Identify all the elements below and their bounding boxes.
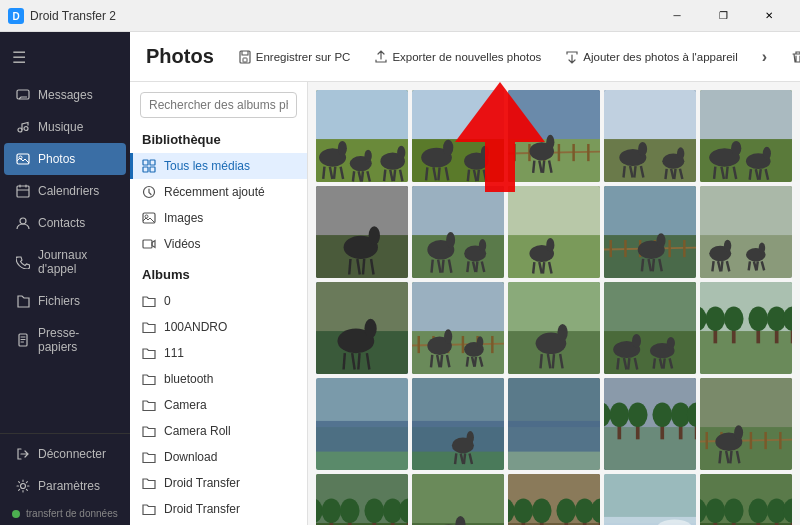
svg-rect-60 <box>514 144 516 161</box>
photo-cell-8[interactable] <box>508 186 600 278</box>
svg-point-224 <box>748 307 768 332</box>
photo-cell-25[interactable] <box>700 474 792 525</box>
svg-point-249 <box>610 403 630 428</box>
photo-cell-12[interactable] <box>412 282 504 374</box>
photo-cell-3[interactable] <box>508 90 600 182</box>
svg-point-165 <box>364 319 376 339</box>
svg-point-112 <box>446 232 455 248</box>
nav-all-media[interactable]: Tous les médias <box>130 153 307 179</box>
sidebar-label-musique: Musique <box>38 120 83 134</box>
svg-point-104 <box>369 226 380 245</box>
album-111[interactable]: 111 <box>130 340 307 366</box>
photo-cell-20[interactable] <box>700 378 792 470</box>
svg-point-188 <box>477 336 484 348</box>
photo-cell-18[interactable] <box>508 378 600 470</box>
svg-point-324 <box>748 499 768 524</box>
svg-rect-57 <box>508 139 600 182</box>
album-download[interactable]: Download <box>130 444 307 470</box>
photo-cell-17[interactable] <box>412 378 504 470</box>
sidebar-item-messages[interactable]: Messages <box>4 79 126 111</box>
svg-line-93 <box>726 167 727 179</box>
svg-line-144 <box>642 259 643 271</box>
sidebar-item-musique[interactable]: Musique <box>4 111 126 143</box>
sidebar-item-photos[interactable]: Photos <box>4 143 126 175</box>
photo-cell-23[interactable] <box>508 474 600 525</box>
photo-cell-21[interactable] <box>316 474 408 525</box>
album-droid-transfer-2[interactable]: Droid Transfer <box>130 496 307 522</box>
close-button[interactable]: ✕ <box>746 0 792 32</box>
svg-line-115 <box>442 260 443 273</box>
svg-line-46 <box>426 167 427 180</box>
svg-rect-135 <box>610 240 612 257</box>
svg-rect-21 <box>143 240 152 248</box>
album-100andro[interactable]: 100ANDRO <box>130 314 307 340</box>
title-bar: D Droid Transfer 2 ─ ❐ ✕ <box>0 0 800 32</box>
photo-cell-15[interactable] <box>700 282 792 374</box>
photo-cell-13[interactable] <box>508 282 600 374</box>
album-0[interactable]: 0 <box>130 288 307 314</box>
svg-line-97 <box>750 169 751 180</box>
sidebar-item-presse[interactable]: Presse-papiers <box>4 317 126 363</box>
photo-cell-4[interactable] <box>604 90 696 182</box>
album-folder-icon <box>142 398 156 412</box>
sidebar-item-fichiers[interactable]: Fichiers <box>4 285 126 317</box>
album-bluetooth[interactable]: bluetooth <box>130 366 307 392</box>
photo-cell-19[interactable] <box>604 378 696 470</box>
sidebar-item-journaux[interactable]: Journaux d'appel <box>4 239 126 285</box>
app-title: Droid Transfer 2 <box>30 9 654 23</box>
minimize-button[interactable]: ─ <box>654 0 700 32</box>
export-new-button[interactable]: Exporter de nouvelles photos <box>366 46 549 68</box>
add-device-button[interactable]: Ajouter des photos à l'appareil <box>557 46 745 68</box>
svg-line-32 <box>353 171 354 181</box>
nav-recent[interactable]: Récemment ajouté <box>130 179 307 205</box>
album-camera[interactable]: Camera <box>130 392 307 418</box>
photo-cell-10[interactable] <box>700 186 792 278</box>
photo-cell-5[interactable] <box>700 90 792 182</box>
svg-rect-124 <box>508 235 600 278</box>
photo-cell-7[interactable] <box>412 186 504 278</box>
photo-cell-9[interactable] <box>604 186 696 278</box>
svg-line-168 <box>358 353 359 369</box>
svg-line-166 <box>344 353 345 369</box>
add-icon <box>565 50 579 64</box>
album-111-label: 111 <box>164 346 184 360</box>
save-pc-button[interactable]: Enregistrer sur PC <box>230 46 359 68</box>
album-folder-icon <box>142 294 156 308</box>
svg-rect-12 <box>243 58 247 62</box>
photo-cell-16[interactable] <box>316 378 408 470</box>
nav-videos[interactable]: Vidéos <box>130 231 307 257</box>
restore-button[interactable]: ❐ <box>700 0 746 32</box>
photo-cell-14[interactable] <box>604 282 696 374</box>
svg-line-99 <box>759 169 760 180</box>
svg-line-127 <box>533 262 534 273</box>
more-button[interactable]: › <box>754 44 775 70</box>
search-input[interactable] <box>140 92 297 118</box>
album-camera-label: Camera <box>164 398 207 412</box>
sidebar-item-contacts[interactable]: Contacts <box>4 207 126 239</box>
hamburger-menu[interactable]: ☰ <box>0 40 130 75</box>
svg-line-52 <box>468 170 469 181</box>
sidebar-item-calendriers[interactable]: Calendriers <box>4 175 126 207</box>
svg-rect-7 <box>17 186 29 197</box>
album-camera-roll[interactable]: Camera Roll <box>130 418 307 444</box>
photo-grid <box>316 90 792 525</box>
svg-point-3 <box>18 128 22 132</box>
sidebar-item-disconnect[interactable]: Déconnecter <box>4 438 126 470</box>
delete-sel-button[interactable]: Supprimer la sélection <box>783 46 800 68</box>
library-section-title: Bibliothèque <box>130 128 307 153</box>
svg-rect-243 <box>508 421 600 452</box>
photo-cell-2[interactable] <box>412 90 504 182</box>
photo-cell-1[interactable] <box>316 90 408 182</box>
album-droid-transfer-1[interactable]: Droid Transfer <box>130 470 307 496</box>
photo-cell-22[interactable] <box>412 474 504 525</box>
save-pc-label: Enregistrer sur PC <box>256 51 351 63</box>
photo-cell-24[interactable] <box>604 474 696 525</box>
sidebar-label-disconnect: Déconnecter <box>38 447 106 461</box>
photo-cell-11[interactable] <box>316 282 408 374</box>
sidebar-item-settings[interactable]: Paramètres <box>4 470 126 502</box>
photo-cell-6[interactable] <box>316 186 408 278</box>
nav-images[interactable]: Images <box>130 205 307 231</box>
svg-point-20 <box>145 215 148 218</box>
content-area: Photos Enregistrer sur PC Exporter de no… <box>130 32 800 525</box>
svg-rect-174 <box>418 336 420 353</box>
